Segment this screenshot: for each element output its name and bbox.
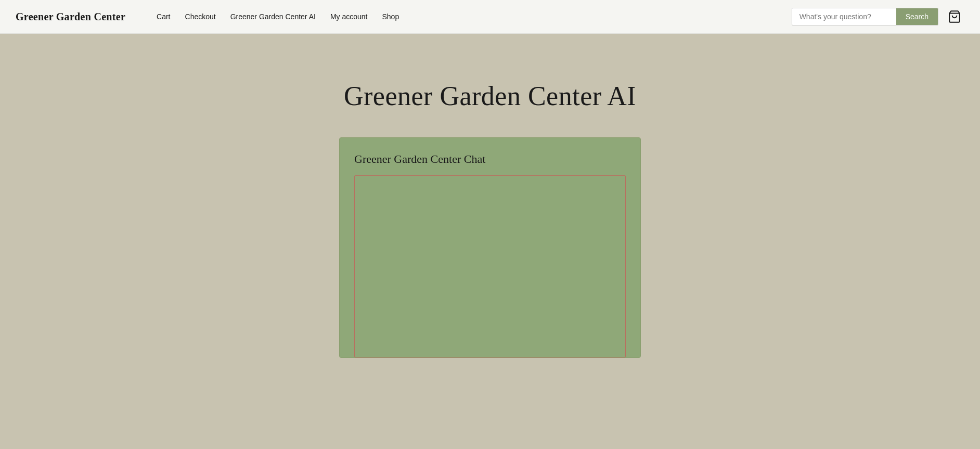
page-title: Greener Garden Center AI [344,81,636,111]
cart-button[interactable] [945,7,964,27]
chat-card-title: Greener Garden Center Chat [354,152,626,166]
search-input[interactable] [792,8,896,25]
main-nav: Cart Checkout Greener Garden Center AI M… [157,12,399,21]
nav-cart[interactable]: Cart [157,12,170,21]
cart-icon [948,10,961,23]
nav-ai[interactable]: Greener Garden Center AI [230,12,316,21]
header-right: Search [792,7,964,27]
nav-shop[interactable]: Shop [382,12,399,21]
nav-my-account[interactable]: My account [330,12,368,21]
main-content: Greener Garden Center AI Greener Garden … [0,34,980,449]
search-container: Search [792,8,938,25]
chat-card: Greener Garden Center Chat [339,137,641,358]
header-left: Greener Garden Center Cart Checkout Gree… [16,11,399,23]
nav-checkout[interactable]: Checkout [185,12,216,21]
site-header: Greener Garden Center Cart Checkout Gree… [0,0,980,34]
site-title[interactable]: Greener Garden Center [16,11,125,23]
chat-area[interactable] [354,175,626,357]
search-button[interactable]: Search [896,8,938,25]
